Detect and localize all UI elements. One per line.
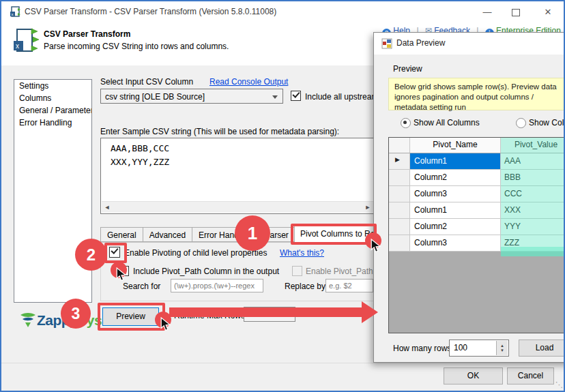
annotation-arrow-head-icon [362, 301, 378, 323]
pivot-value-highlight-stub [501, 247, 565, 256]
include-upstream-checkbox[interactable] [291, 91, 301, 101]
replace-by-label: Replace by [285, 282, 325, 291]
spin-down-icon[interactable]: ▼ [500, 348, 504, 353]
row-selector: ▶ [389, 153, 410, 169]
data-preview-titlebar[interactable]: Data Preview [374, 33, 565, 55]
select-input-label: Select Input CSV Column [100, 77, 193, 87]
show-all-columns-label: Show All Columns [414, 118, 480, 127]
preview-note: Below grid shows sample row(s). Preview … [388, 78, 565, 110]
sample-csv-textarea[interactable]: AAA,BBB,CCC XXX,YYY,ZZZ ◄ ► [100, 138, 375, 214]
app-window: x CSV Parser Transform - CSV Parser Tran… [0, 0, 565, 392]
cell-pivot-name[interactable]: Column2 [410, 170, 501, 185]
page-title: CSV Parser Transform [44, 29, 130, 39]
whats-this-link[interactable]: What's this? [280, 248, 324, 258]
pivot-value-highlight [501, 138, 565, 247]
grid-col-pivot-name[interactable]: Pivot_Name [410, 138, 501, 153]
annotation-step-1: 1 [235, 215, 270, 251]
svg-text:x: x [16, 42, 19, 50]
checkmark-icon [292, 90, 300, 97]
cursor-icon [160, 317, 171, 331]
transform-icon: x [12, 27, 40, 56]
show-all-columns-radio[interactable] [401, 118, 411, 128]
show-columns-label: Show Columns A [529, 118, 565, 127]
show-columns-radio[interactable] [516, 118, 526, 128]
row-selector [389, 186, 410, 202]
minimize-button[interactable]: — [477, 5, 497, 19]
read-console-output-link[interactable]: Read Console Output [209, 77, 288, 87]
scroll-left-icon[interactable]: ◄ [102, 202, 113, 213]
tab-advanced[interactable]: Advanced [143, 227, 192, 242]
cell-pivot-name[interactable]: Column1 [410, 202, 501, 218]
sample-csv-text: AAA,BBB,CCC XXX,YYY,ZZZ [101, 138, 374, 169]
cell-pivot-name[interactable]: Column2 [410, 219, 501, 235]
zappysys-swirl-icon [19, 312, 37, 329]
annotation-step-2: 2 [75, 239, 107, 271]
csv-column-dropdown[interactable]: csv string [OLE DB Source] [100, 89, 283, 104]
form-icon [381, 38, 392, 49]
sidebar-item-error-handling[interactable]: Error Handling [14, 117, 91, 129]
how-many-rows-value: 100 [450, 340, 467, 356]
cursor-icon [116, 267, 126, 282]
data-preview-title: Data Preview [396, 38, 445, 48]
annotation-rect-checkbox [104, 243, 127, 263]
annotation-arrow-body [169, 307, 362, 317]
window-title: CSV Parser Transform - CSV Parser Transf… [25, 7, 276, 16]
app-icon: x [10, 6, 21, 18]
row-selector [389, 219, 410, 235]
enable-pivot-search-checkbox [292, 266, 302, 276]
cancel-button[interactable]: Cancel [507, 367, 554, 385]
tab-general[interactable]: General [100, 227, 143, 242]
search-for-label: Search for [123, 282, 160, 291]
data-preview-dialog: Data Preview Preview Below grid shows sa… [373, 32, 565, 363]
sidebar-item-columns[interactable]: Columns [14, 92, 91, 104]
load-button[interactable]: Load [519, 340, 565, 357]
preview-grid[interactable]: Pivot_Name Pivot_Value ▶ Column1 AAA Col… [388, 137, 565, 333]
annotation-rect-pivot-tab [291, 224, 377, 245]
cell-pivot-name[interactable]: Column1 [410, 153, 501, 169]
cell-pivot-name[interactable]: Column3 [410, 186, 501, 202]
grid-selector-header [389, 138, 410, 153]
scroll-right-icon[interactable]: ► [362, 202, 373, 213]
svg-text:x: x [12, 12, 14, 16]
how-many-rows-spinner[interactable]: 100 ▲▼ [449, 340, 509, 357]
annotation-step-3: 3 [61, 299, 91, 329]
sidebar-item-settings[interactable]: Settings [14, 80, 91, 92]
cursor-icon [371, 239, 381, 253]
csv-column-value: csv string [OLE DB Source] [105, 92, 205, 102]
radio-dot-icon [403, 121, 407, 124]
page-subtitle: Parse incoming CSV String into rows and … [44, 42, 229, 51]
search-for-input[interactable] [171, 279, 263, 292]
row-selector [389, 235, 410, 251]
include-pivot-path-label: Include Pivot_Path Column in the output [133, 267, 279, 276]
row-selector [389, 202, 410, 218]
row-selector [389, 170, 410, 185]
resize-grip[interactable]: ⋱ [555, 380, 563, 389]
chevron-down-icon [272, 95, 278, 99]
settings-nav-list: Settings Columns General / Parameters Er… [14, 79, 92, 303]
close-button[interactable]: ✕ [538, 5, 558, 19]
replace-by-input[interactable] [325, 279, 373, 292]
preview-section-label: Preview [393, 64, 422, 74]
tab-strip: GeneralAdvancedError HandlingParser [100, 227, 317, 242]
footer-divider [1, 363, 565, 363]
maximize-button[interactable] [512, 9, 520, 16]
ok-button[interactable]: OK [444, 367, 503, 385]
horizontal-scrollbar[interactable]: ◄ ► [102, 201, 373, 213]
cell-pivot-name[interactable]: Column3 [410, 235, 501, 251]
sample-csv-label: Enter Sample CSV string (This will be us… [100, 127, 339, 136]
how-many-rows-label: How many rows [393, 344, 451, 353]
current-row-arrow-icon: ▶ [395, 156, 400, 163]
spinner-arrows[interactable]: ▲▼ [496, 341, 508, 355]
sidebar-item-general-parameters[interactable]: General / Parameters [14, 104, 91, 117]
spin-up-icon[interactable]: ▲ [500, 344, 504, 348]
